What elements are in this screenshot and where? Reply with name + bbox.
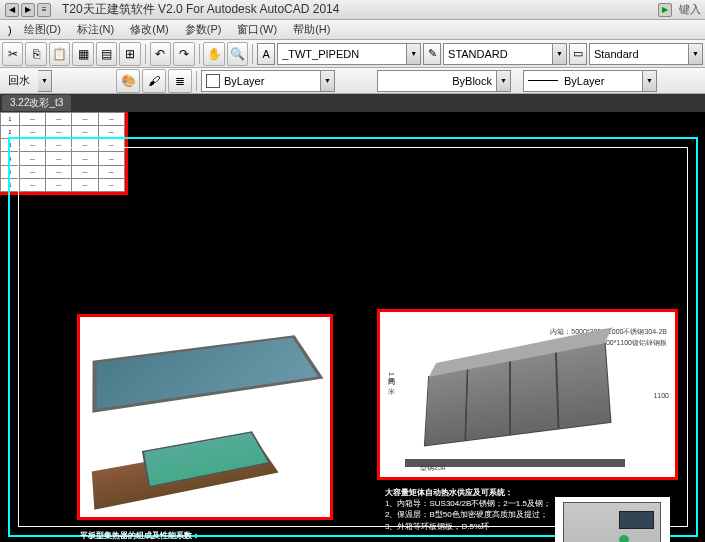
solar-panel-desc: 平板型集热器的组成及性能系数： 1、集热器采用全铜、管距密销管排列度少0.6 钢… xyxy=(80,530,340,542)
tool-grid-icon[interactable]: ▤ xyxy=(96,42,117,66)
tool-new-icon[interactable]: ✂ xyxy=(2,42,23,66)
lweight-drop-icon[interactable]: ▼ xyxy=(643,70,657,92)
style1-combo[interactable]: STANDARD xyxy=(443,43,553,65)
props-list-icon[interactable]: ≣ xyxy=(168,69,192,93)
tool-paste-icon[interactable]: 📋 xyxy=(49,42,70,66)
tool-undo-icon[interactable]: ↶ xyxy=(150,42,171,66)
drawing-canvas[interactable]: 平板型集热器的组成及性能系数： 1、集热器采用全铜、管距密销管排列度少0.6 钢… xyxy=(0,112,705,542)
left-drop-icon[interactable]: ▼ xyxy=(38,70,52,92)
ltype-drop-icon[interactable]: ▼ xyxy=(497,70,511,92)
ltype-combo[interactable]: ByBlock xyxy=(377,70,497,92)
input-hint: 键入 xyxy=(679,2,701,17)
menu-modify[interactable]: 修改(M) xyxy=(122,20,177,39)
tool-pan-icon[interactable]: ✋ xyxy=(203,42,224,66)
nav-back-button[interactable]: ◀ xyxy=(5,3,19,17)
tool-props-icon[interactable]: ▦ xyxy=(72,42,93,66)
style-brush2-icon[interactable]: ▭ xyxy=(569,43,587,65)
color-drop-icon[interactable]: ▼ xyxy=(321,70,335,92)
menu-window[interactable]: 窗口(W) xyxy=(229,20,285,39)
menu-draw[interactable]: 绘图(D) xyxy=(16,20,69,39)
layer-combo[interactable]: _TWT_PIPEDN xyxy=(277,43,407,65)
menu-label[interactable]: 标注(N) xyxy=(69,20,122,39)
menu-partial[interactable]: ) xyxy=(4,22,16,38)
tool-zoom-icon[interactable]: 🔍 xyxy=(227,42,248,66)
color-combo[interactable]: ByLayer xyxy=(201,70,321,92)
nav-fwd-button[interactable]: ▶ xyxy=(21,3,35,17)
tank-figure: 内箱：5000*3000*1000不锈钢304-2B 外箱：5100*3100*… xyxy=(380,312,675,477)
style2-drop-icon[interactable]: ▼ xyxy=(689,43,703,65)
tool-copy-icon[interactable]: ⎘ xyxy=(25,42,46,66)
menu-param[interactable]: 参数(P) xyxy=(177,20,230,39)
tank-desc: 大容量矩体自动热水供应及可系统： 1、内箱导：SUS304/2B不锈钢；2一1.… xyxy=(385,487,555,532)
nav-menu-button[interactable]: ≡ xyxy=(37,3,51,17)
play-button[interactable]: ▶ xyxy=(658,3,672,17)
window-title: T20天正建筑软件 V2.0 For Autodesk AutoCAD 2014 xyxy=(62,1,339,18)
style1-drop-icon[interactable]: ▼ xyxy=(553,43,567,65)
props-left-label: 回水 xyxy=(2,73,36,88)
drawing-tab[interactable]: 3.22改彩_t3 xyxy=(2,95,71,111)
tool-redo-icon[interactable]: ↷ xyxy=(173,42,194,66)
control-cabinet-figure: 智能控制柜 xyxy=(555,497,670,542)
style2-combo[interactable]: Standard xyxy=(589,43,689,65)
layer-combo-drop-icon[interactable]: ▼ xyxy=(407,43,421,65)
props-color-icon[interactable]: 🎨 xyxy=(116,69,140,93)
text-style-icon[interactable]: A xyxy=(257,43,275,65)
menu-help[interactable]: 帮助(H) xyxy=(285,20,338,39)
style-brush1-icon[interactable]: ✎ xyxy=(423,43,441,65)
solar-panel-figure xyxy=(80,317,330,517)
props-brush-icon[interactable]: 🖌 xyxy=(142,69,166,93)
tool-table-icon[interactable]: ⊞ xyxy=(119,42,140,66)
lweight-combo[interactable]: ByLayer xyxy=(523,70,643,92)
